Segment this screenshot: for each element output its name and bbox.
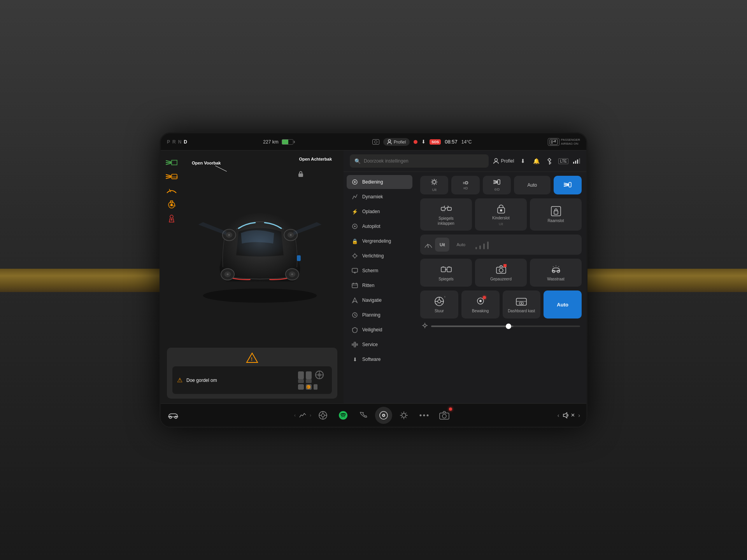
veiligheid-icon [351, 326, 358, 333]
wiper-auto-btn[interactable]: Auto [452, 238, 470, 252]
nav-arrow-left[interactable]: ‹ [294, 413, 296, 418]
person-icon [387, 139, 392, 145]
light-off-icon [431, 178, 438, 187]
svg-point-89 [552, 270, 555, 273]
edge-btn-label: ≡D [463, 186, 468, 190]
wiper-speed-1[interactable] [475, 240, 477, 249]
menu-sidebar: Bediening Dynamiek [344, 172, 416, 403]
svg-point-13 [203, 289, 317, 303]
menu-item-opladen[interactable]: ⚡ Opladen [347, 205, 412, 219]
header-download-icon[interactable]: ⬇ [519, 157, 527, 165]
menu-item-vergrendeling[interactable]: 🔒 Vergrendeling [347, 234, 412, 248]
header-bluetooth-icon[interactable] [545, 157, 554, 165]
label-open-voorbak[interactable]: Open Voorbak [192, 160, 227, 173]
svg-rect-77 [447, 207, 451, 210]
kinderslot-label: Kinderslot [492, 215, 509, 220]
svg-rect-74 [498, 180, 500, 184]
spiegels-inklappen-btn[interactable]: ↑↓ Spiegelsinklappen [420, 198, 472, 231]
header-bell-icon[interactable]: 🔔 [532, 157, 540, 165]
header-profile-btn[interactable]: Profiel [493, 158, 514, 164]
light-edge-btn[interactable]: ≡D ≡D [451, 176, 479, 194]
stuur-btn[interactable]: ↑ Stuur [420, 290, 458, 318]
taskbar-climate-btn[interactable] [395, 407, 412, 424]
taskbar-home-btn[interactable] [314, 407, 331, 424]
menu-item-veiligheid[interactable]: Veiligheid [347, 323, 412, 337]
wiper-speed-4[interactable] [487, 240, 489, 249]
search-input[interactable] [364, 158, 484, 164]
software-icon: ⬇ [351, 356, 358, 363]
taskbar-nav-left: ‹ › [294, 412, 311, 419]
wiper-off-label: Uit [440, 242, 445, 247]
camera-icon [439, 411, 449, 420]
svg-rect-26 [297, 256, 301, 261]
autopilot-icon [351, 223, 358, 230]
light-off-btn[interactable]: Uit [420, 176, 448, 194]
icon-grid-row3: ↑ Stuur [420, 290, 582, 318]
menu-item-planning[interactable]: Planning [347, 308, 412, 322]
light-auto-btn[interactable]: Auto [514, 176, 550, 194]
menu-item-bediening[interactable]: Bediening [347, 175, 412, 189]
header-lte-icon: LTE [558, 158, 568, 164]
svg-text:EDGE: EDGE [172, 176, 178, 178]
light-dipped-btn[interactable]: ⊝D [483, 176, 511, 194]
wiper-speed-3[interactable] [483, 240, 485, 249]
wiper-speed-2[interactable] [479, 240, 481, 249]
auto-mode-btn[interactable]: Auto [544, 290, 582, 318]
left-panel: EDGE [161, 150, 344, 403]
menu-item-dynamiek[interactable]: Dynamiek [347, 190, 412, 204]
svg-point-124 [442, 414, 446, 418]
menu-item-verlichting[interactable]: Verlichting [347, 249, 412, 263]
svg-rect-98 [516, 298, 526, 305]
svg-point-107 [169, 416, 172, 418]
bewaking-btn[interactable]: Bewaking [461, 290, 500, 318]
kinderslot-sublabel: Uit [499, 222, 503, 226]
volume-control[interactable]: ✕ [562, 412, 575, 419]
nav-arrow-right[interactable]: › [310, 413, 311, 418]
brightness-thumb[interactable] [506, 324, 511, 329]
menu-label-bediening: Bediening [362, 179, 383, 185]
wasstraat-btn[interactable]: Wasstraat [530, 259, 582, 287]
media-icon [379, 410, 389, 420]
light-highbeam-btn[interactable] [554, 176, 582, 194]
volume-x-btn[interactable]: ✕ [571, 412, 575, 418]
wiper-off-btn[interactable]: Uit [435, 238, 449, 252]
menu-item-navigatie[interactable]: Navigatie [347, 293, 412, 307]
menu-item-ritten[interactable]: Ritten [347, 278, 412, 292]
taskbar-spotify-btn[interactable] [335, 407, 352, 424]
dashboard-kast-btn[interactable]: Dashboard kast [503, 290, 541, 318]
taskbar-media-btn[interactable] [375, 407, 392, 424]
taskbar-camera-btn[interactable] [436, 407, 453, 424]
gepauzeerd-btn[interactable]: Gepauzeerd [475, 259, 527, 287]
camera-status-icon[interactable] [372, 139, 379, 145]
svg-marker-60 [352, 298, 357, 303]
ritten-icon [351, 282, 358, 289]
menu-label-opladen: Opladen [362, 209, 380, 214]
spiegels2-btn[interactable]: Spiegels [420, 259, 472, 287]
raamslot-btn[interactable]: Raamslot [530, 198, 582, 231]
label-open-achterbak[interactable]: Open Achterbak [299, 156, 332, 162]
taskbar-phone-btn[interactable] [355, 407, 372, 424]
signal-bar-3 [577, 159, 578, 164]
svg-point-80 [500, 209, 502, 212]
volume-nav-right[interactable]: › [578, 412, 580, 418]
profile-label: Profiel [394, 140, 406, 144]
taskbar: ‹ › [161, 403, 586, 427]
wasstraat-icon [551, 264, 561, 275]
menu-item-service[interactable]: Service [347, 338, 412, 352]
profile-button[interactable]: Profiel [383, 138, 410, 146]
menu-item-scherm[interactable]: Scherm [347, 264, 412, 278]
brightness-slider[interactable] [431, 326, 580, 327]
service-icon [351, 341, 358, 348]
menu-item-software[interactable]: ⬇ Software [347, 352, 412, 366]
search-bar[interactable]: 🔍 [350, 154, 489, 168]
svg-point-22 [227, 273, 229, 275]
volume-nav-left[interactable]: ‹ [558, 412, 559, 418]
svg-rect-12 [298, 173, 303, 177]
kinderslot-btn[interactable]: Kinderslot Uit [475, 198, 527, 231]
taskbar-right: ‹ ✕ › [558, 412, 580, 419]
menu-item-autopilot[interactable]: Autopilot [347, 219, 412, 233]
screen-content: P R N D 227 km [161, 133, 586, 427]
taskbar-more-btn[interactable] [416, 407, 433, 424]
spiegels2-icon [441, 264, 452, 275]
svg-rect-75 [569, 182, 571, 187]
